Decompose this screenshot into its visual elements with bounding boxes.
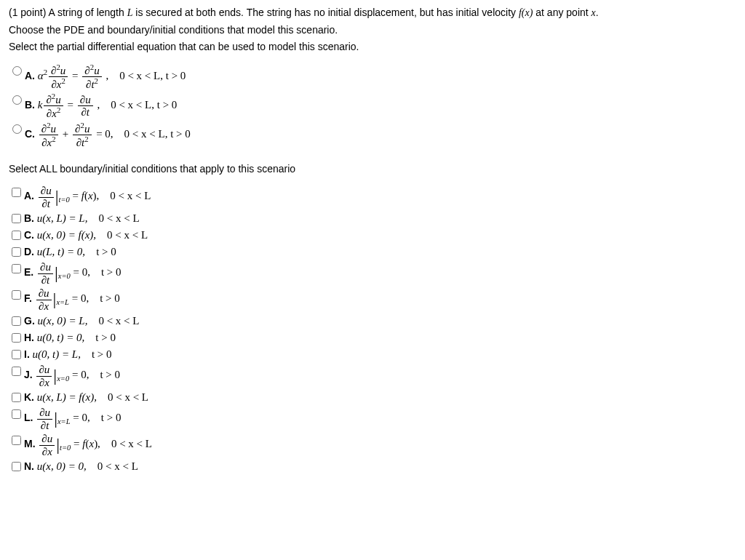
bc-check-g[interactable] — [12, 316, 21, 326]
bc-n-eq: u(x, 0) = 0, — [37, 460, 87, 472]
bc-b-domain: 0 < x < L — [98, 212, 139, 224]
pde-radio-b[interactable] — [12, 95, 22, 105]
q-text-3: at any point — [535, 7, 588, 18]
bc-label-f: F. ∂u∂x|x=L = 0, t > 0 — [24, 287, 120, 312]
bc-check-n[interactable] — [12, 462, 21, 471]
bc-l-domain: t > 0 — [101, 412, 121, 424]
bc-check-h[interactable] — [12, 333, 21, 343]
bc-j-domain: t > 0 — [100, 369, 120, 381]
pde-option-c: C. ∂2u∂x2 + ∂2u∂t2 = 0, 0 < x < L, t > 0 — [9, 121, 736, 149]
pde-label-c: C. ∂2u∂x2 + ∂2u∂t2 = 0, 0 < x < L, t > 0 — [25, 121, 191, 149]
bc-check-a[interactable] — [12, 188, 21, 197]
pde-radio-c[interactable] — [12, 124, 22, 134]
q-text-2: is secured at both ends. The string has … — [135, 7, 516, 18]
bc-label-d: D. u(L, t) = 0, t > 0 — [24, 244, 116, 260]
bc-h-letter: H. — [24, 332, 34, 343]
pde-options: A. α2∂2u∂x2 = ∂2u∂t2 , 0 < x < L, t > 0 … — [9, 63, 736, 149]
bc-option-j: J. ∂u∂x|x=0 = 0, t > 0 — [9, 364, 736, 388]
bc-check-c[interactable] — [12, 231, 21, 240]
bc-label-c: C. u(x, 0) = f(x), 0 < x < L — [24, 228, 148, 243]
pde-c-domain: 0 < x < L, t > 0 — [124, 128, 191, 140]
bc-a-domain: 0 < x < L — [110, 191, 151, 202]
points: (1 point) — [9, 7, 46, 18]
bc-h-domain: t > 0 — [95, 332, 116, 343]
bc-check-i[interactable] — [12, 350, 21, 359]
bc-option-m: M. ∂u∂x|t=0 = f(x), 0 < x < L — [9, 433, 736, 457]
bc-k-letter: K. — [24, 391, 34, 403]
bc-n-domain: 0 < x < L — [97, 460, 138, 472]
instruction-line-2: Choose the PDE and boundary/initial cond… — [9, 23, 736, 38]
pde-option-a: A. α2∂2u∂x2 = ∂2u∂t2 , 0 < x < L, t > 0 — [9, 63, 736, 91]
bc-option-i: I. u(0, t) = L, t > 0 — [9, 347, 736, 362]
bc-b-letter: B. — [24, 212, 34, 224]
bc-option-e: E. ∂u∂t|x=0 = 0, t > 0 — [9, 261, 736, 286]
bc-label-j: J. ∂u∂x|x=0 = 0, t > 0 — [24, 364, 120, 388]
bc-label-i: I. u(0, t) = L, t > 0 — [24, 347, 112, 362]
bc-check-d[interactable] — [12, 247, 21, 257]
bc-options: A. ∂u∂t|t=0 = f(x), 0 < x < L B. u(x, L)… — [9, 185, 736, 474]
bc-label-h: H. u(0, t) = 0, t > 0 — [24, 330, 116, 345]
bc-check-k[interactable] — [12, 393, 21, 402]
section-2-label: Select ALL boundary/initial conditions t… — [9, 162, 736, 177]
pde-radio-a[interactable] — [12, 66, 22, 76]
bc-label-n: N. u(x, 0) = 0, 0 < x < L — [24, 459, 138, 474]
pde-option-b: B. k∂2u∂x2 = ∂u∂t , 0 < x < L, t > 0 — [9, 92, 736, 120]
bc-option-h: H. u(0, t) = 0, t > 0 — [9, 330, 736, 345]
bc-option-g: G. u(x, 0) = L, 0 < x < L — [9, 313, 736, 329]
bc-check-j[interactable] — [12, 367, 21, 376]
bc-check-f[interactable] — [12, 290, 21, 300]
q-text-1: A string of length — [48, 7, 124, 18]
bc-g-eq: u(x, 0) = L, — [38, 315, 88, 327]
bc-k-domain: 0 < x < L — [108, 391, 148, 403]
bc-l-letter: L. — [24, 412, 33, 424]
pde-c-letter: C. — [25, 128, 35, 140]
bc-label-g: G. u(x, 0) = L, 0 < x < L — [24, 313, 140, 329]
pde-b-domain: 0 < x < L, t > 0 — [111, 99, 177, 111]
bc-m-letter: M. — [24, 439, 36, 450]
bc-check-l[interactable] — [12, 409, 21, 419]
bc-j-letter: J. — [24, 369, 33, 381]
bc-c-domain: 0 < x < L — [107, 229, 148, 241]
bc-e-letter: E. — [24, 267, 33, 279]
bc-h-eq: u(0, t) = 0, — [37, 332, 85, 343]
bc-option-a: A. ∂u∂t|t=0 = f(x), 0 < x < L — [9, 185, 736, 209]
bc-k-eq: u(x, L) = f(x), — [37, 391, 97, 403]
bc-f-letter: F. — [24, 293, 32, 305]
bc-c-letter: C. — [24, 229, 34, 241]
bc-check-e[interactable] — [12, 264, 21, 273]
bc-check-b[interactable] — [12, 214, 21, 223]
bc-label-k: K. u(x, L) = f(x), 0 < x < L — [24, 390, 148, 405]
bc-f-domain: t > 0 — [100, 293, 120, 305]
bc-label-a: A. ∂u∂t|t=0 = f(x), 0 < x < L — [24, 185, 151, 209]
pde-a-letter: A. — [25, 70, 35, 81]
bc-label-m: M. ∂u∂x|t=0 = f(x), 0 < x < L — [24, 433, 152, 457]
pde-a-domain: 0 < x < L, t > 0 — [119, 70, 186, 81]
bc-n-letter: N. — [24, 460, 34, 472]
bc-d-eq: u(L, t) = 0, — [37, 246, 85, 257]
question-text: (1 point) A string of length L is secure… — [9, 6, 736, 20]
bc-label-b: B. u(x, L) = L, 0 < x < L — [24, 211, 140, 226]
bc-g-domain: 0 < x < L — [98, 315, 139, 327]
bc-i-letter: I. — [24, 348, 30, 360]
bc-check-m[interactable] — [12, 436, 21, 445]
length-var: L — [127, 7, 133, 18]
bc-option-d: D. u(L, t) = 0, t > 0 — [9, 244, 736, 260]
bc-option-k: K. u(x, L) = f(x), 0 < x < L — [9, 390, 736, 405]
instruction-line-3: Select the partial differential equation… — [9, 40, 736, 55]
bc-b-eq: u(x, L) = L, — [37, 212, 88, 224]
bc-label-l: L. ∂u∂t|x=L = 0, t > 0 — [24, 407, 121, 431]
bc-c-eq: u(x, 0) = f(x), — [37, 229, 96, 241]
pde-label-a: A. α2∂2u∂x2 = ∂2u∂t2 , 0 < x < L, t > 0 — [25, 63, 186, 91]
bc-option-n: N. u(x, 0) = 0, 0 < x < L — [9, 459, 736, 474]
bc-option-l: L. ∂u∂t|x=L = 0, t > 0 — [9, 407, 736, 431]
bc-e-domain: t > 0 — [101, 267, 121, 279]
bc-option-c: C. u(x, 0) = f(x), 0 < x < L — [9, 228, 736, 243]
bc-option-f: F. ∂u∂x|x=L = 0, t > 0 — [9, 287, 736, 312]
bc-label-e: E. ∂u∂t|x=0 = 0, t > 0 — [24, 261, 121, 286]
bc-m-domain: 0 < x < L — [111, 439, 152, 450]
bc-d-domain: t > 0 — [96, 246, 116, 257]
pde-b-letter: B. — [25, 99, 35, 111]
bc-option-b: B. u(x, L) = L, 0 < x < L — [9, 211, 736, 226]
vel-func: f(x) — [519, 7, 533, 18]
bc-g-letter: G. — [24, 315, 35, 327]
